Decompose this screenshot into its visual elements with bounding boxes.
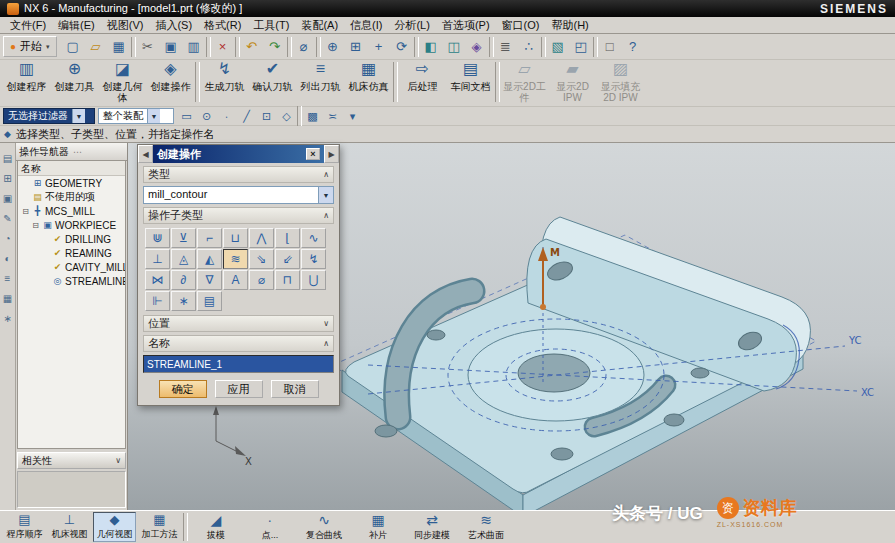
ok-button[interactable]: 确定 xyxy=(159,380,207,398)
shop-documentation-button[interactable]: ▤ 车间文档 xyxy=(447,62,494,104)
snap-point-icon[interactable]: ∴ xyxy=(518,36,540,58)
menu-format[interactable]: 格式(R) xyxy=(198,17,247,34)
roles-icon[interactable]: ✎ xyxy=(3,213,11,224)
pan-icon[interactable]: + xyxy=(368,36,390,58)
draft-tool-button[interactable]: ◢ 拔模 xyxy=(190,512,242,542)
dialog-title-bar[interactable]: ◀ 创建操作 × ▶ xyxy=(138,145,339,163)
tools-icon[interactable]: ∗ xyxy=(3,313,11,324)
menu-view[interactable]: 视图(V) xyxy=(101,17,150,34)
subtype-corner-rough-icon[interactable]: ⌐ xyxy=(197,228,222,248)
composite-curve-button[interactable]: ∿ 复合曲线 xyxy=(298,512,350,542)
layer-settings-icon[interactable]: ≣ xyxy=(495,36,517,58)
section-view-icon[interactable]: ▧ xyxy=(547,36,569,58)
menu-insert[interactable]: 插入(S) xyxy=(149,17,198,34)
show-2d-workpiece-button[interactable]: ▱ 显示2D工件 xyxy=(501,62,548,104)
menu-edit[interactable]: 编辑(E) xyxy=(52,17,101,34)
subtype-flowcut-ref-tool-icon[interactable]: ∂ xyxy=(171,270,196,290)
subtype-streamline-icon[interactable]: ≋ xyxy=(223,249,248,269)
templates-icon[interactable]: ▦ xyxy=(3,293,12,304)
verify-toolpath-button[interactable]: ✔ 确认刀轨 xyxy=(249,62,296,104)
location-section-header[interactable]: 位置 ∨ xyxy=(143,315,334,332)
machine-tool-view-tab[interactable]: ⊥ 机床视图 xyxy=(48,512,91,542)
program-order-view-tab[interactable]: ▤ 程序顺序 xyxy=(3,512,46,542)
selection-filter-combo[interactable]: 无选择过滤器 ▼ xyxy=(3,108,95,124)
create-tool-button[interactable]: ⊕ 创建刀具 xyxy=(51,62,98,104)
expander-icon[interactable]: ⊟ xyxy=(21,207,30,216)
subtype-hole-milling-icon[interactable]: ⋃ xyxy=(301,270,326,290)
tree-item-workpiece[interactable]: ⊟ ▣ WORKPIECE xyxy=(18,218,125,232)
subtype-documentation-icon[interactable]: ▤ xyxy=(197,291,222,311)
create-program-button[interactable]: ▥ 创建程序 xyxy=(3,62,50,104)
history-icon[interactable]: ◔ xyxy=(4,233,10,244)
create-geometry-button[interactable]: ◪ 创建几何体 xyxy=(99,62,146,104)
assembly-navigator-icon[interactable]: ▤ xyxy=(3,153,12,164)
snap-intersection-icon[interactable]: ⊡ xyxy=(257,108,276,125)
tree-item-reaming[interactable]: ✔ REAMING xyxy=(18,246,125,260)
subtype-contour-area-non-steep-icon[interactable]: ⇘ xyxy=(249,249,274,269)
part-model[interactable] xyxy=(342,217,810,510)
menu-analysis[interactable]: 分析(L) xyxy=(388,17,435,34)
subtype-mill-control-icon[interactable]: ⊩ xyxy=(145,291,170,311)
geometry-view-tab[interactable]: ◆ 几何视图 xyxy=(93,512,136,542)
snap-grid-icon[interactable]: ▩ xyxy=(303,108,322,125)
subtype-contour-surface-area-icon[interactable]: ◭ xyxy=(197,249,222,269)
cut-icon[interactable]: ✂ xyxy=(137,36,159,58)
show-filled-2d-ipw-button[interactable]: ▨ 显示填充2D IPW xyxy=(597,62,644,104)
subtype-plunge-milling-icon[interactable]: ⊻ xyxy=(171,228,196,248)
isometric-view-icon[interactable]: ◈ xyxy=(466,36,488,58)
expander-icon[interactable]: ⊟ xyxy=(31,221,40,230)
view-orientation-icon[interactable]: ◰ xyxy=(570,36,592,58)
subtype-flowcut-single-icon[interactable]: ↯ xyxy=(301,249,326,269)
list-toolpath-button[interactable]: ≡ 列出刀轨 xyxy=(297,62,344,104)
zoom-icon[interactable]: ⊕ xyxy=(322,36,344,58)
subtype-contour-text-icon[interactable]: A xyxy=(223,270,248,290)
subtype-contour-area-dir-steep-icon[interactable]: ⇙ xyxy=(275,249,300,269)
patch-button[interactable]: ▦ 补片 xyxy=(352,512,404,542)
channels-icon[interactable]: ≡ xyxy=(5,273,11,284)
paste-icon[interactable]: ▥ xyxy=(183,36,205,58)
menu-preferences[interactable]: 首选项(P) xyxy=(436,17,496,34)
subtype-flowcut-multiple-icon[interactable]: ⋈ xyxy=(145,270,170,290)
redo-icon[interactable]: ↷ xyxy=(264,36,286,58)
subtype-mill-user-icon[interactable]: ∗ xyxy=(171,291,196,311)
operation-type-combo[interactable]: mill_contour ▼ xyxy=(143,186,334,204)
align-icon[interactable]: ≍ xyxy=(323,108,342,125)
save-icon[interactable]: ▦ xyxy=(108,36,130,58)
snap-quadrant-icon[interactable]: ◇ xyxy=(277,108,296,125)
subtype-flowcut-smooth-icon[interactable]: ∇ xyxy=(197,270,222,290)
menu-file[interactable]: 文件(F) xyxy=(4,17,52,34)
tree-item-mcs-mill[interactable]: ⊟ ╋ MCS_MILL xyxy=(18,204,125,218)
subtype-contour-area-icon[interactable]: ◬ xyxy=(171,249,196,269)
start-menu-button[interactable]: ● 开始 ▾ xyxy=(3,36,57,57)
rectangle-select-icon[interactable]: ▭ xyxy=(177,108,196,125)
operation-navigator-icon[interactable]: ▣ xyxy=(3,193,12,204)
subtype-groove-milling-icon[interactable]: ⊓ xyxy=(275,270,300,290)
name-section-header[interactable]: 名称 ∧ xyxy=(143,335,334,352)
subtype-rest-milling-icon[interactable]: ⊔ xyxy=(223,228,248,248)
dialog-back-arrow[interactable]: ◀ xyxy=(138,145,153,163)
tree-item-unused[interactable]: ▤ 不使用的项 xyxy=(18,190,125,204)
open-file-icon[interactable]: ▱ xyxy=(85,36,107,58)
subtype-section-header[interactable]: 操作子类型 ∧ xyxy=(143,207,334,224)
tree-item-drilling[interactable]: ✔ DRILLING xyxy=(18,232,125,246)
part-navigator-icon[interactable]: ⊞ xyxy=(3,173,11,184)
close-icon[interactable]: × xyxy=(306,148,320,160)
tree-item-geometry[interactable]: ⊞ GEOMETRY xyxy=(18,176,125,190)
tree-item-streamline[interactable]: ◎ STREAMLINE xyxy=(18,274,125,288)
selection-scope-combo[interactable]: 整个装配 ▼ xyxy=(98,108,174,124)
materials-icon[interactable]: ◐ xyxy=(4,253,10,264)
point-tool-button[interactable]: ∙ 点... xyxy=(244,512,296,542)
delete-icon[interactable]: × xyxy=(212,36,234,58)
window-icon[interactable]: □ xyxy=(599,36,621,58)
tree-column-header[interactable]: 名称 xyxy=(18,161,125,176)
snap-arc-center-icon[interactable]: ⊙ xyxy=(197,108,216,125)
rotate-view-icon[interactable]: ⟳ xyxy=(391,36,413,58)
selection-options-icon[interactable]: ▾ xyxy=(343,108,362,125)
help-icon[interactable]: ? xyxy=(622,36,644,58)
menu-information[interactable]: 信息(I) xyxy=(344,17,388,34)
machine-simulation-button[interactable]: ▦ 机床仿真 xyxy=(345,62,392,104)
type-section-header[interactable]: 类型 ∧ xyxy=(143,166,334,183)
menu-assemblies[interactable]: 装配(A) xyxy=(295,17,344,34)
create-operation-button[interactable]: ◈ 创建操作 xyxy=(147,62,194,104)
subtype-fixed-contour-icon[interactable]: ⊥ xyxy=(145,249,170,269)
